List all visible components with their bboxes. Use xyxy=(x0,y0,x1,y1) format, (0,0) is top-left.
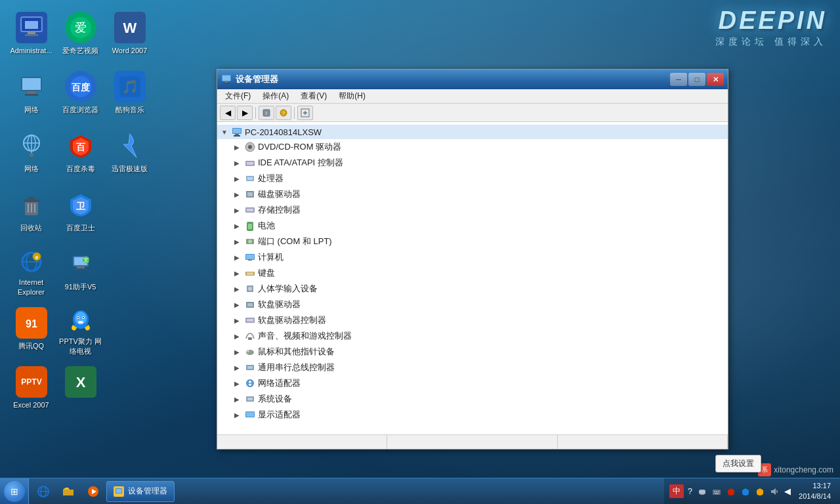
svg-rect-37 xyxy=(77,266,85,268)
baiduwei-label: 百度卫士 xyxy=(66,223,95,232)
svg-text:91: 91 xyxy=(26,318,37,329)
toolbar-expand-button[interactable] xyxy=(297,106,313,120)
svg-point-82 xyxy=(248,240,252,243)
taskbar-active-window-label: 设备管理器 xyxy=(128,486,167,497)
window-content[interactable]: ▼ PC-20140814LXSW ▶ DVD/CD-ROM 驱动器 ▶ IDE… xyxy=(217,122,728,434)
tree-item-4[interactable]: ▶ 存储控制器 xyxy=(217,202,728,218)
desktop-icon-baiduav[interactable]: 百 百度杀毒 xyxy=(56,125,105,184)
xunlei-label: 迅雷极速版 xyxy=(112,164,148,173)
dian-wo-shezhi-button[interactable]: 点我设置 xyxy=(715,455,761,472)
tree-item-9[interactable]: ▶ 人体学输入设备 xyxy=(217,281,728,297)
tree-item-8[interactable]: ▶ 键盘 xyxy=(217,265,728,281)
desktop-icon-xunlei[interactable]: 迅雷极速版 xyxy=(105,125,154,184)
taskbar-active-window-button[interactable]: 设备管理器 xyxy=(106,481,175,502)
window-minimize-button[interactable]: ─ xyxy=(670,73,687,86)
taskbar: 设备管理器 中 ? ◀ xyxy=(0,478,840,504)
desktop-icon-excel2007[interactable]: X xyxy=(56,361,105,420)
tree-item-14[interactable]: ▶ 通用串行总线控制器 xyxy=(217,360,728,375)
desktop-icon-baidu[interactable]: 百度 百度浏览器 xyxy=(56,66,105,125)
tree-item-17[interactable]: ▶ 显示适配器 xyxy=(217,407,728,423)
status-section-3 xyxy=(558,435,728,449)
tree-item-6[interactable]: ▶ 端口 (COM 和 LPT) xyxy=(217,234,728,249)
svg-rect-4 xyxy=(25,34,38,36)
desktop-icon-baiduwei[interactable]: 卫 百度卫士 xyxy=(56,184,105,243)
desktop-icon-word2007[interactable]: W Word 2007 xyxy=(105,7,154,66)
systray-more[interactable]: ◀ xyxy=(783,485,792,497)
window-maximize-button[interactable]: □ xyxy=(688,73,705,86)
tree-item-1[interactable]: ▶ IDE ATA/ATAPI 控制器 xyxy=(217,155,728,171)
systray-cloud[interactable] xyxy=(696,486,708,497)
window-close-button[interactable]: ✕ xyxy=(707,73,724,86)
excel2007-icon: X xyxy=(65,366,96,398)
taskbar-media-icon[interactable] xyxy=(81,480,105,503)
systray-ime[interactable]: 中 xyxy=(669,484,684,498)
desktop-icon-network[interactable]: 网络 xyxy=(7,125,56,184)
toolbar-separator-1 xyxy=(255,107,256,119)
systray-help[interactable]: ? xyxy=(686,485,694,497)
administrator-icon xyxy=(16,12,47,43)
svg-rect-80 xyxy=(248,224,252,229)
desktop-icon-broadband[interactable]: 宽 91助手V5 xyxy=(56,243,105,302)
systray-shield2[interactable] xyxy=(740,486,751,497)
tree-item-7[interactable]: ▶ 计算机 xyxy=(217,249,728,265)
systray-speaker[interactable] xyxy=(768,486,780,497)
systray-keyboard[interactable] xyxy=(711,486,723,497)
menu-action[interactable]: 操作(A) xyxy=(257,89,294,103)
svg-rect-118 xyxy=(716,491,717,492)
tree-item-3[interactable]: ▶ 磁盘驱动器 xyxy=(217,186,728,202)
window-statusbar xyxy=(217,434,728,449)
svg-marker-121 xyxy=(771,488,776,495)
system-clock[interactable]: 13:17 2014/8/14 xyxy=(795,481,835,501)
toolbar-forward-button[interactable]: ▶ xyxy=(237,106,253,120)
tree-item-12[interactable]: ▶ 声音、视频和游戏控制器 xyxy=(217,328,728,344)
tree-item-16[interactable]: ▶ 系统设备 xyxy=(217,391,728,407)
toolbar-help-button[interactable]: ? xyxy=(276,106,291,120)
desktop-icon-91[interactable]: 91 腾讯QQ xyxy=(7,302,56,361)
desktop-icon-kuou[interactable]: 🎵 酷狗音乐 xyxy=(105,66,154,125)
tree-item-13[interactable]: ▶ 鼠标和其他指针设备 xyxy=(217,344,728,360)
desktop-icon-aiqiyi[interactable]: 爱 爱奇艺视频 xyxy=(56,7,105,66)
tree-item-0[interactable]: ▶ DVD/CD-ROM 驱动器 xyxy=(217,139,728,155)
svg-rect-66 xyxy=(233,129,241,133)
taskbar-active-window-icon xyxy=(114,486,124,497)
systray-shield1[interactable] xyxy=(725,486,737,497)
svg-point-96 xyxy=(247,350,249,352)
desktop-icon-qq[interactable]: PPTV聚力 网络电视 xyxy=(56,302,105,361)
desktop: DEEPIN 深度论坛 值得深入 Administrat... 爱 爱奇艺视频 … xyxy=(0,0,840,504)
desktop-icon-ie[interactable]: e InternetExplorer xyxy=(7,243,56,302)
svg-text:X: X xyxy=(75,374,85,390)
systray-shield3[interactable] xyxy=(754,486,766,497)
pptv-icon: PPTV xyxy=(16,366,47,398)
svg-text:百度: 百度 xyxy=(72,82,91,93)
svg-point-48 xyxy=(83,317,84,318)
tree-item-2[interactable]: ▶ 处理器 xyxy=(217,171,728,186)
qq-label: PPTV聚力 网络电视 xyxy=(58,337,102,356)
menu-help[interactable]: 帮助(H) xyxy=(333,89,371,103)
svg-rect-74 xyxy=(247,177,253,180)
tree-item-11[interactable]: ▶ 软盘驱动器控制器 xyxy=(217,312,728,328)
taskbar-ie-icon[interactable] xyxy=(32,480,55,503)
desktop-icon-recycle[interactable]: 回收站 xyxy=(7,184,56,243)
clock-date: 2014/8/14 xyxy=(799,492,831,501)
toolbar-back-button[interactable]: ◀ xyxy=(220,106,236,120)
menu-view[interactable]: 查看(V) xyxy=(295,89,332,103)
toolbar-properties-button[interactable]: i xyxy=(259,106,274,120)
desktop-icon-computer[interactable]: 网络 xyxy=(7,66,56,125)
svg-rect-119 xyxy=(718,491,719,492)
deepin-slogan: 深度论坛 值得深入 xyxy=(715,36,827,48)
svg-point-89 xyxy=(248,287,252,291)
tree-item-15[interactable]: ▶ 网络适配器 xyxy=(217,375,728,391)
svg-rect-56 xyxy=(224,81,228,83)
desktop-icon-administrator[interactable]: Administrat... xyxy=(7,7,56,66)
tree-item-5[interactable]: ▶ 电池 xyxy=(217,218,728,234)
desktop-icon-pptv[interactable]: PPTV Excel 2007 xyxy=(7,361,56,420)
tree-item-10[interactable]: ▶ 软盘驱动器 xyxy=(217,297,728,312)
start-button[interactable] xyxy=(0,478,29,505)
svg-rect-93 xyxy=(247,319,253,322)
ie-icon: e xyxy=(16,248,47,275)
tree-root-item[interactable]: ▼ PC-20140814LXSW xyxy=(217,125,728,139)
svg-point-49 xyxy=(78,321,83,324)
taskbar-folder-icon[interactable] xyxy=(56,480,80,503)
menu-file[interactable]: 文件(F) xyxy=(220,89,256,103)
svg-rect-105 xyxy=(246,412,254,417)
